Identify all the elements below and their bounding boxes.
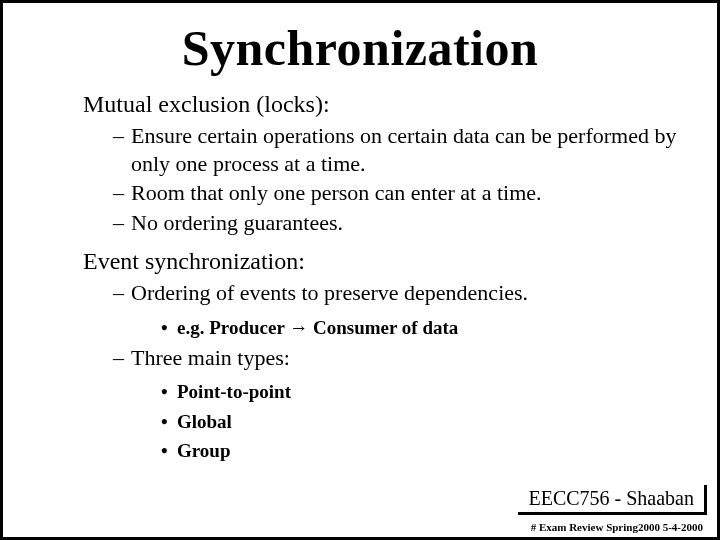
arrow-icon: →	[289, 317, 308, 338]
section-heading-mutex: Mutual exclusion (locks):	[83, 91, 687, 118]
slide-title: Synchronization	[33, 19, 687, 77]
mutex-item: No ordering guarantees.	[113, 209, 687, 237]
mutex-list: Ensure certain operations on certain dat…	[83, 122, 687, 236]
slide-body: Mutual exclusion (locks): Ensure certain…	[33, 91, 687, 466]
slide: Synchronization Mutual exclusion (locks)…	[0, 0, 720, 540]
mutex-item: Ensure certain operations on certain dat…	[113, 122, 687, 177]
eventsync-type: Group	[161, 436, 687, 465]
eventsync-example: e.g. Producer → Consumer of data	[161, 313, 687, 342]
eventsync-types-heading: Three main types:	[113, 344, 687, 372]
mutex-item: Room that only one person can enter at a…	[113, 179, 687, 207]
eventsync-types-heading-list: Three main types:	[83, 344, 687, 372]
footer-course-box: EECC756 - Shaaban	[518, 485, 707, 515]
eventsync-ordering: Ordering of events to preserve dependenc…	[113, 279, 687, 307]
eventsync-example-list: e.g. Producer → Consumer of data	[83, 313, 687, 342]
footer-meta: # Exam Review Spring2000 5-4-2000	[531, 521, 703, 533]
example-suffix: Consumer of data	[308, 317, 458, 338]
eventsync-type: Point-to-point	[161, 377, 687, 406]
eventsync-types-list: Point-to-point Global Group	[83, 377, 687, 465]
section-heading-eventsync: Event synchronization:	[83, 248, 687, 275]
eventsync-type: Global	[161, 407, 687, 436]
example-prefix: e.g. Producer	[177, 317, 289, 338]
eventsync-list: Ordering of events to preserve dependenc…	[83, 279, 687, 307]
